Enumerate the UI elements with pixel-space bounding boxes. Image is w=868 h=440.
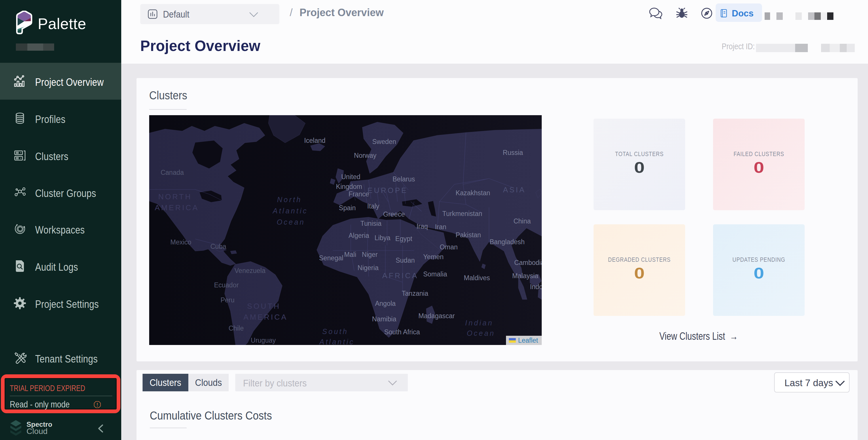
svg-text:Atlantic: Atlantic — [319, 338, 354, 345]
svg-text:Libya: Libya — [375, 234, 391, 242]
svg-text:Angola: Angola — [375, 300, 396, 307]
svg-text:Indonesia: Indonesia — [530, 283, 542, 290]
svg-text:Mexico: Mexico — [170, 239, 191, 246]
svg-text:Indian: Indian — [465, 319, 493, 327]
svg-text:Senegal: Senegal — [319, 254, 343, 262]
svg-text:Atlantic: Atlantic — [272, 207, 308, 215]
svg-text:Algeria: Algeria — [348, 232, 369, 239]
svg-text:Cambodia: Cambodia — [514, 259, 542, 266]
svg-text:AMERICA: AMERICA — [243, 313, 287, 321]
svg-text:EUROPE: EUROPE — [368, 186, 408, 195]
svg-text:Belarus: Belarus — [393, 176, 415, 183]
svg-text:Namibia: Namibia — [372, 315, 397, 323]
svg-text:AMERICA: AMERICA — [155, 203, 199, 212]
svg-text:NORTH: NORTH — [158, 192, 192, 201]
svg-text:Iran: Iran — [435, 223, 446, 231]
svg-text:South Africa: South Africa — [384, 328, 420, 336]
svg-text:Russia: Russia — [503, 149, 523, 156]
svg-text:Pakistan: Pakistan — [456, 231, 481, 239]
svg-text:Sudan: Sudan — [396, 257, 415, 264]
svg-text:Italy: Italy — [367, 202, 379, 210]
svg-text:Norway: Norway — [354, 152, 376, 159]
svg-text:SOUTH: SOUTH — [247, 302, 280, 310]
svg-text:Ecuador: Ecuador — [214, 281, 239, 289]
svg-text:Tanzania: Tanzania — [402, 290, 428, 297]
svg-text:Turkmenistan: Turkmenistan — [442, 210, 482, 217]
svg-text:Yemen: Yemen — [423, 253, 444, 261]
svg-text:Niger: Niger — [362, 251, 378, 258]
svg-text:Kingdom: Kingdom — [336, 183, 362, 190]
svg-text:Malaysia: Malaysia — [512, 272, 538, 280]
svg-text:Mali: Mali — [344, 251, 356, 258]
svg-text:France: France — [348, 190, 369, 198]
svg-text:Maldives: Maldives — [464, 274, 490, 282]
svg-text:Greece: Greece — [383, 211, 405, 218]
svg-text:Kazakhstan: Kazakhstan — [456, 189, 490, 197]
svg-text:North: North — [277, 195, 302, 203]
svg-text:Iceland: Iceland — [304, 137, 326, 144]
svg-text:Egypt: Egypt — [395, 235, 412, 243]
svg-text:Ocean: Ocean — [467, 329, 495, 337]
svg-text:Oman: Oman — [440, 243, 458, 251]
svg-text:China: China — [514, 217, 531, 225]
svg-text:Canada: Canada — [161, 169, 184, 176]
svg-text:Chile: Chile — [229, 324, 244, 332]
svg-text:Somalia: Somalia — [423, 271, 447, 278]
svg-text:Ocean: Ocean — [277, 218, 305, 226]
svg-text:Venezuela: Venezuela — [235, 267, 266, 275]
svg-text:Spain: Spain — [339, 204, 356, 212]
svg-text:AFRICA: AFRICA — [382, 271, 418, 280]
svg-text:Uruguay: Uruguay — [251, 337, 276, 344]
svg-text:Peru: Peru — [221, 296, 235, 304]
svg-text:Sweden: Sweden — [372, 138, 396, 146]
svg-text:Iraq: Iraq — [416, 223, 428, 230]
svg-text:Cuba: Cuba — [211, 243, 226, 250]
svg-text:Bangladesh: Bangladesh — [490, 238, 525, 246]
svg-text:Tunisia: Tunisia — [360, 220, 381, 227]
svg-text:Madagascar: Madagascar — [418, 312, 455, 320]
svg-text:ASIA: ASIA — [503, 185, 526, 194]
svg-text:Nigeria: Nigeria — [358, 264, 379, 272]
svg-text:United: United — [341, 173, 360, 181]
svg-text:South: South — [322, 327, 348, 336]
